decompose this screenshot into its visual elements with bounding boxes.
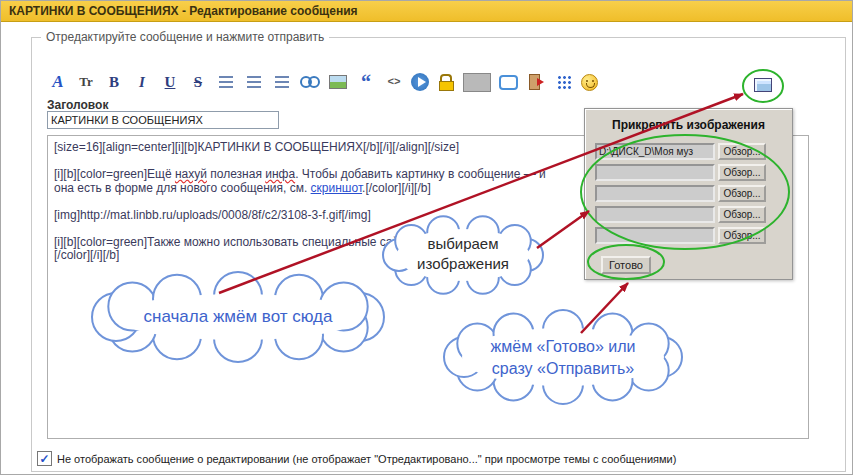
align-right-icon[interactable]	[271, 71, 293, 93]
align-center-icon[interactable]	[243, 71, 265, 93]
edit-note-checkbox-row: ✓ Не отображать сообщение о редактирован…	[37, 451, 676, 466]
align-left-icon[interactable]	[215, 71, 237, 93]
bold-icon[interactable]: B	[103, 71, 125, 93]
underline-icon[interactable]: U	[159, 71, 181, 93]
attach-file-row: Обзор...	[595, 185, 784, 202]
attach-file-row: Обзор...	[595, 206, 784, 223]
italic-icon[interactable]: I	[131, 71, 153, 93]
image-icon[interactable]	[327, 71, 349, 93]
attach-file-row: Обзор...	[595, 143, 784, 160]
smiley-icon[interactable]	[581, 74, 598, 91]
video-icon[interactable]	[411, 73, 429, 91]
speech-bubble-icon[interactable]	[497, 71, 519, 93]
attach-rows: Обзор...Обзор...Обзор...Обзор...Обзор...	[595, 143, 784, 244]
attach-images-panel: Прикрепить изображения Обзор...Обзор...О…	[584, 108, 793, 280]
attach-panel-title: Прикрепить изображения	[591, 118, 786, 132]
edit-note-label: Не отображать сообщение о редактировании…	[57, 453, 676, 465]
file-path-input[interactable]	[595, 164, 715, 181]
title-bar: КАРТИНКИ В СООБЩЕНИЯХ - Редактирование с…	[1, 1, 852, 22]
browse-button[interactable]: Обзор...	[718, 164, 766, 181]
subject-label: Заголовок	[47, 98, 108, 112]
browse-button[interactable]: Обзор...	[718, 185, 766, 202]
color-swatch-icon[interactable]	[463, 71, 491, 93]
strikethrough-icon[interactable]: S	[187, 71, 209, 93]
edit-note-checkbox[interactable]: ✓	[37, 451, 52, 466]
browse-button[interactable]: Обзор...	[718, 206, 766, 223]
file-path-input[interactable]	[595, 206, 715, 223]
subject-input[interactable]	[47, 111, 279, 129]
table-icon[interactable]	[553, 71, 575, 93]
toolbar: ATrBIUS“<>	[47, 69, 598, 95]
file-path-input[interactable]	[595, 185, 715, 202]
attach-file-row: Обзор...	[595, 227, 784, 244]
done-button[interactable]: Готово	[601, 256, 651, 274]
font-color-icon[interactable]: A	[47, 71, 69, 93]
file-path-input[interactable]	[595, 143, 715, 160]
exit-icon[interactable]	[525, 71, 547, 93]
attach-images-icon[interactable]	[752, 74, 774, 96]
lock-icon[interactable]	[435, 71, 457, 93]
file-path-input[interactable]	[595, 227, 715, 244]
checkmark-icon: ✓	[39, 454, 49, 464]
font-face-icon[interactable]: Tr	[75, 71, 97, 93]
quote-icon[interactable]: “	[355, 71, 377, 93]
fieldset-legend: Отредактируйте сообщение и нажмите отпра…	[41, 30, 329, 44]
browse-button[interactable]: Обзор...	[718, 227, 766, 244]
page: КАРТИНКИ В СООБЩЕНИЯХ - Редактирование с…	[0, 0, 853, 475]
attach-file-row: Обзор...	[595, 164, 784, 181]
page-title: КАРТИНКИ В СООБЩЕНИЯХ - Редактирование с…	[1, 4, 358, 18]
browse-button[interactable]: Обзор...	[718, 143, 766, 160]
link-icon[interactable]	[299, 71, 321, 93]
code-icon[interactable]: <>	[383, 71, 405, 93]
